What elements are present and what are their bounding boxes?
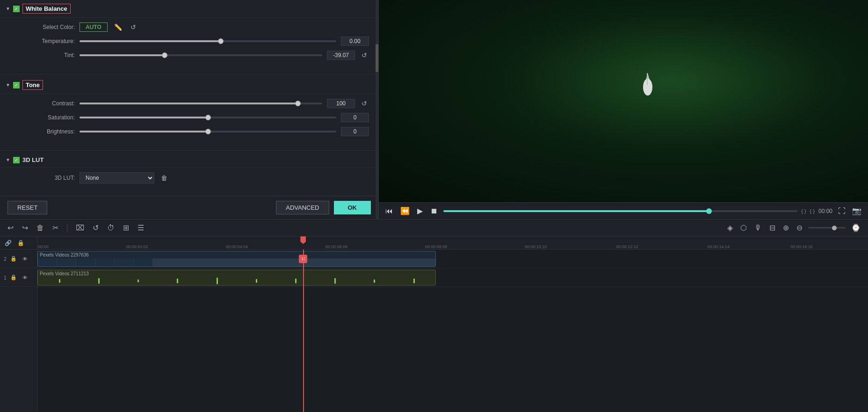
- lut3d-header[interactable]: ▼ ✓ 3D LUT: [0, 153, 378, 168]
- undo-curve-button[interactable]: ↺: [91, 222, 101, 233]
- menu-button[interactable]: ☰: [136, 222, 146, 233]
- undo-button[interactable]: ↩: [6, 222, 15, 233]
- speed-button[interactable]: ⏱: [105, 223, 116, 233]
- reset-button[interactable]: RESET: [7, 201, 47, 214]
- right-preview: ⏮ ⏪ ▶ ⏹ { } { } 00:00 ⛶ 📷: [379, 0, 868, 219]
- fullscreen-icon[interactable]: ⛶: [836, 206, 847, 216]
- white-balance-header[interactable]: ▼ ✓ White Balance: [0, 0, 378, 18]
- track2-eye-icon[interactable]: 👁: [21, 255, 29, 263]
- saturation-label: Saturation:: [19, 114, 75, 121]
- ruler-playhead: [303, 236, 306, 244]
- lut3d-chevron: ▼: [6, 157, 10, 162]
- advanced-button[interactable]: ADVANCED: [276, 201, 329, 214]
- tone-header[interactable]: ▼ ✓ Tone: [0, 76, 378, 94]
- saturation-value[interactable]: [341, 113, 369, 122]
- stop-button[interactable]: ⏹: [428, 206, 440, 216]
- saturation-slider[interactable]: [80, 117, 336, 118]
- temperature-label: Temperature:: [19, 38, 75, 44]
- step-back-button[interactable]: ⏪: [398, 206, 412, 216]
- preview-video: [379, 0, 868, 202]
- track1-eye-icon[interactable]: 👁: [21, 274, 29, 281]
- ruler-mark-1: 00:00:02:02: [126, 244, 148, 249]
- main-area: ▼ ✓ White Balance Select Color: AUTO ✏️ …: [0, 0, 868, 219]
- ruler-mark-5: 00:00:10:10: [525, 244, 547, 249]
- contrast-value[interactable]: [327, 99, 355, 108]
- audio-button[interactable]: 🎙: [752, 223, 764, 233]
- clip-2297636-label: Pexels Videos 2297636: [38, 251, 435, 258]
- boat-overlay: [641, 71, 655, 99]
- crop-button[interactable]: ⌧: [74, 222, 86, 233]
- lut-select[interactable]: None Cinematic Warm Cool: [80, 172, 154, 184]
- skip-back-button[interactable]: ⏮: [383, 206, 395, 216]
- timeline-lock-button[interactable]: 🔒: [15, 239, 26, 247]
- timer-button[interactable]: ⌚: [849, 222, 862, 233]
- progress-fill: [443, 210, 709, 212]
- playback-right-icons: ⛶ 📷: [836, 206, 863, 216]
- white-balance-chevron: ▼: [6, 6, 10, 11]
- redo-button[interactable]: ↪: [20, 222, 30, 233]
- timeline-link-button[interactable]: 🔗: [3, 239, 14, 247]
- tint-value[interactable]: [327, 51, 355, 60]
- saturation-row: Saturation:: [19, 113, 369, 122]
- svg-rect-2: [647, 73, 648, 85]
- tracks-container: ✕ Pexels Videos 2297636: [37, 250, 868, 412]
- temperature-slider[interactable]: [80, 40, 336, 42]
- track1-row: Pexels Videos 2711213: [37, 268, 868, 287]
- ruler-mark-3: 00:00:06:06: [326, 244, 348, 249]
- playback-bar: ⏮ ⏪ ▶ ⏹ { } { } 00:00 ⛶ 📷: [379, 202, 868, 219]
- reset-color-icon[interactable]: ↺: [129, 22, 138, 32]
- tone-checkbox[interactable]: ✓: [13, 82, 20, 88]
- zoom-out-button[interactable]: ⊖: [795, 222, 804, 233]
- timeline-area: ↩ ↪ 🗑 ✂ ⌧ ↺ ⏱ ⊞ ☰ ◈ ⬡ 🎙 ⊟ ⊕ ⊖ ⌚: [0, 219, 868, 412]
- ruler-mark-0: 00:00:00:00: [37, 244, 49, 249]
- white-balance-title: White Balance: [22, 4, 71, 14]
- progress-bar[interactable]: [443, 210, 797, 212]
- temperature-value[interactable]: [341, 37, 369, 46]
- eyedropper-icon[interactable]: ✏️: [112, 22, 124, 32]
- mask-button[interactable]: ⬡: [738, 222, 749, 233]
- tint-slider[interactable]: [80, 54, 322, 56]
- track2-row: ✕ Pexels Videos 2297636: [37, 250, 868, 268]
- lut3d-body: 3D LUT: None Cinematic Warm Cool 🗑: [0, 168, 378, 196]
- white-balance-checkbox[interactable]: ✓: [13, 6, 20, 12]
- subtitle-button[interactable]: ⊟: [767, 222, 777, 233]
- contrast-slider[interactable]: [80, 103, 322, 104]
- brightness-value[interactable]: [341, 127, 369, 136]
- select-color-row: Select Color: AUTO ✏️ ↺: [19, 22, 369, 32]
- select-color-label: Select Color:: [19, 24, 75, 30]
- delete-button[interactable]: 🗑: [35, 223, 46, 233]
- ruler-mark-6: 00:00:12:12: [616, 244, 638, 249]
- track2-number: 2: [4, 256, 7, 262]
- track1-label-row: 1 🔒 👁: [0, 268, 37, 287]
- contrast-reset-icon[interactable]: ↺: [360, 99, 369, 108]
- grid-button[interactable]: ⊞: [121, 222, 131, 233]
- tone-body: Contrast: ↺ Saturation:: [0, 94, 378, 148]
- video-clip-2297636[interactable]: Pexels Videos 2297636: [37, 251, 436, 267]
- track-labels: 🔗 🔒 2 🔒 👁 1 🔒 👁: [0, 236, 37, 412]
- audio-clip-2711213[interactable]: Pexels Videos 2711213: [37, 270, 436, 286]
- play-button[interactable]: ▶: [415, 206, 425, 216]
- ruler-mark-7: 00:00:14:14: [708, 244, 730, 249]
- lut-label: 3D LUT:: [19, 175, 75, 181]
- track1-number: 1: [4, 275, 7, 280]
- tint-reset-icon[interactable]: ↺: [360, 51, 369, 60]
- zoom-in-button[interactable]: ⊕: [781, 222, 791, 233]
- screenshot-icon[interactable]: 📷: [850, 206, 863, 216]
- track2-lock-icon[interactable]: 🔒: [8, 255, 19, 263]
- white-balance-body: Select Color: AUTO ✏️ ↺ Temperature:: [0, 18, 378, 72]
- tone-chevron: ▼: [6, 82, 10, 88]
- waveform: [38, 277, 435, 285]
- brightness-slider[interactable]: [80, 131, 336, 132]
- panel-scrollbar[interactable]: [376, 0, 378, 219]
- composite-button[interactable]: ◈: [725, 222, 735, 233]
- tint-label: Tint:: [19, 52, 75, 59]
- lut3d-checkbox[interactable]: ✓: [13, 157, 20, 163]
- toolbar: ↩ ↪ 🗑 ✂ ⌧ ↺ ⏱ ⊞ ☰ ◈ ⬡ 🎙 ⊟ ⊕ ⊖ ⌚: [0, 220, 868, 236]
- cut-button[interactable]: ✂: [51, 222, 60, 233]
- ok-button[interactable]: OK: [334, 201, 371, 214]
- track1-lock-icon[interactable]: 🔒: [8, 273, 19, 281]
- panel-scrollbar-thumb: [376, 44, 378, 72]
- auto-button[interactable]: AUTO: [80, 22, 108, 32]
- lut-delete-icon[interactable]: 🗑: [159, 173, 169, 183]
- ruler-mark-2: 00:00:04:04: [225, 244, 248, 249]
